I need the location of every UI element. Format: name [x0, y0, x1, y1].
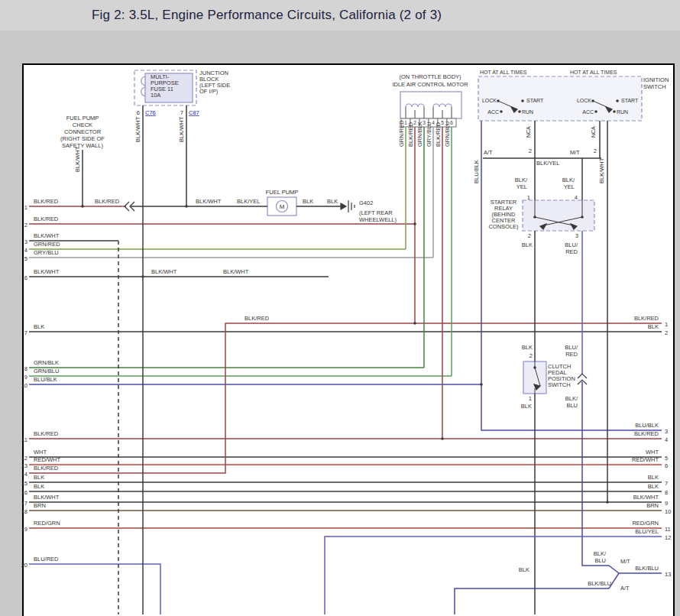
diagram-label: 6 — [137, 109, 140, 116]
left-pin-number: 7 — [24, 329, 28, 336]
diagram-label: IGNITION — [643, 76, 669, 83]
left-wire-label: BLK/RED — [34, 430, 59, 437]
diagram-label: BLK — [522, 344, 533, 351]
diagram-label: 2 — [594, 148, 597, 154]
diagram-label: BLU/BLK — [473, 160, 480, 183]
diagram-label: BLU — [594, 557, 606, 564]
diagram-label: BLK/RED — [407, 122, 414, 147]
diagram-label: BLK — [519, 566, 529, 573]
right-pin-number: 4 — [665, 436, 668, 443]
left-wire-label: BLK/RED — [34, 216, 59, 222]
diagram-label: BLK/RED — [95, 198, 120, 205]
diagram-label: 2 — [528, 232, 531, 239]
diagram-label: (ON THROTTLE BODY) — [399, 73, 461, 80]
left-pin-number: 5 — [24, 255, 28, 262]
left-wire-label: BLK/RED — [34, 198, 59, 205]
diagram-label: BLK — [303, 198, 313, 205]
diagram-label: IDLE AIR CONTROL MOTOR — [392, 81, 468, 88]
connector-link-c87[interactable]: C87 — [189, 109, 199, 116]
junction-dot — [500, 110, 503, 113]
figure-title: Fig 2: 3.5L, Engine Performance Circuits… — [92, 8, 442, 23]
left-pin-number: 20 — [21, 562, 28, 569]
diagram-label: BLU/ — [565, 242, 578, 248]
junction-dot — [533, 216, 536, 219]
right-pin-number: 5 — [665, 455, 668, 462]
diagram-label: LOCK — [577, 98, 591, 103]
left-wire-label: BLK/WHT — [34, 232, 60, 239]
left-pin-number: 15 — [21, 480, 28, 487]
diagram-label: SAFETY WALL) — [62, 142, 103, 149]
right-pin-number: 12 — [665, 534, 671, 541]
junction-dot — [141, 275, 144, 278]
junction-dot — [521, 99, 524, 102]
left-wire-label: GRN/RED — [34, 241, 60, 248]
diagram-label: LOCK — [482, 98, 497, 103]
junction-dot — [606, 501, 609, 504]
diagram-label: GRN/BLU — [444, 122, 451, 147]
wiring-diagram: MULTI-PURPOSEFUSE 1110AJUNCTIONBLOCK(LEF… — [0, 0, 680, 616]
diagram-label: RED — [565, 248, 578, 255]
diagram-label: BLK/RED — [435, 122, 442, 147]
right-wire-label: BLK/BLU — [635, 565, 659, 572]
diagram-label: M — [280, 203, 285, 210]
diagram-label: BLK/WHT — [151, 268, 177, 275]
right-wire-label: RED/WHT — [632, 456, 659, 463]
right-pin-number: 2 — [665, 329, 668, 336]
left-pin-number: 17 — [21, 500, 28, 507]
junction-dot — [518, 110, 521, 113]
diagram-label: BLK/WHT — [74, 146, 81, 172]
diagram-label: A/T — [620, 585, 630, 592]
diagram-label: 2 — [529, 352, 533, 359]
right-wire-label: RED/GRN — [632, 520, 659, 527]
right-pin-number: 10 — [665, 508, 671, 515]
right-pin-number: 11 — [665, 526, 671, 533]
junction-dot — [413, 322, 416, 325]
left-pin-number: 19 — [21, 526, 28, 533]
diagram-label: FUEL PUMP — [266, 189, 299, 196]
left-pin-number: 1 — [24, 204, 28, 211]
diagram-label: BLK — [522, 242, 533, 248]
diagram-label: NCA — [591, 126, 596, 138]
junction-dot — [616, 99, 619, 102]
left-wire-label: RED/GRN — [34, 520, 60, 527]
diagram-label: BLK/WHT — [196, 198, 222, 205]
left-wire-label: GRY/BLU — [34, 249, 59, 256]
right-pin-number: 7 — [665, 480, 668, 487]
diagram-label: 7 — [180, 109, 183, 116]
diagram-label: YEL — [516, 183, 527, 190]
right-pin-number: 8 — [665, 489, 668, 496]
connector-link-c76[interactable]: C76 — [145, 109, 156, 116]
diagram-label: (RIGHT SIDE OF — [60, 135, 105, 142]
diagram-label: START — [621, 98, 639, 103]
left-pin-number: 13 — [21, 462, 28, 469]
diagram-label: CHECK — [73, 122, 92, 128]
left-pin-number: 6 — [24, 274, 28, 281]
right-wire-label: BLK/RED — [634, 315, 659, 322]
left-wire-label: BLK/WHT — [34, 268, 60, 275]
right-pin-number: 9 — [665, 500, 668, 507]
left-pin-number: 4 — [24, 247, 28, 254]
diagram-label: BLK — [521, 403, 532, 410]
junction-dot — [185, 205, 188, 208]
right-wire-label: BLU/YEL — [635, 528, 659, 535]
iac-motor-box — [400, 92, 461, 118]
diagram-label: BLK/RED — [244, 315, 270, 322]
left-pin-number: 14 — [21, 471, 28, 478]
diagram-label: HOT AT ALL TIMES — [570, 70, 617, 75]
diagram-label: ACC — [487, 109, 499, 115]
left-wire-label: BLK — [34, 474, 44, 481]
right-wire-label: BLK/WHT — [633, 494, 659, 501]
left-pin-number: 8 — [24, 365, 28, 372]
left-pin-number: 10 — [21, 382, 28, 389]
diagram-label: RED — [565, 351, 578, 358]
right-wire-label: BLK/RED — [634, 430, 659, 437]
right-pin-number: 13 — [665, 571, 671, 578]
diagram-label: BLU/ — [565, 344, 578, 351]
diagram-label: BLK/WHT — [223, 268, 249, 275]
left-wire-label: BLU/BLK — [34, 376, 57, 383]
diagram-label: CONSOLE) — [488, 223, 519, 230]
diagram-label: M/T — [620, 558, 630, 565]
right-pin-number: 6 — [665, 462, 668, 469]
figure-header: Fig 2: 3.5L, Engine Performance Circuits… — [0, 0, 680, 31]
diagram-label: BLK/WHT — [178, 116, 185, 142]
